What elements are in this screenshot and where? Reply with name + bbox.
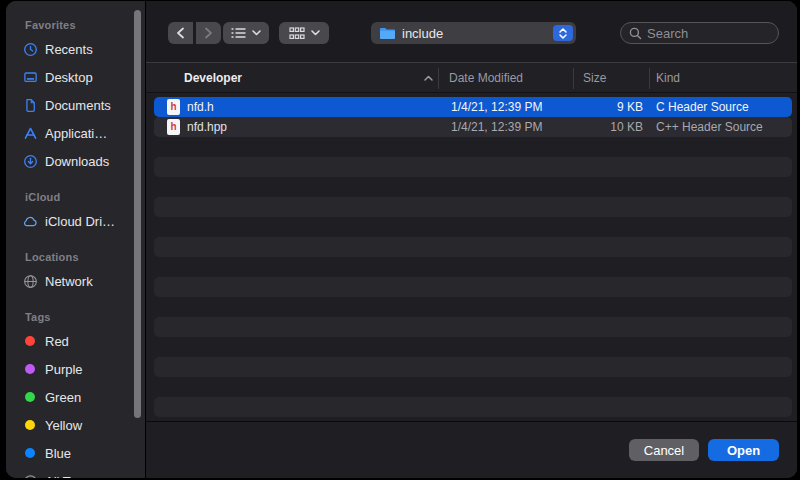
sidebar-item-red[interactable]: Red	[6, 327, 145, 355]
file-name-cell: nfd.hpp	[187, 117, 227, 137]
open-button[interactable]: Open	[708, 439, 779, 461]
sidebar-item-label: Applicati…	[45, 126, 107, 141]
sidebar-section-locations: LocationsNetwork	[6, 247, 145, 295]
sidebar-item-label: Desktop	[45, 70, 93, 85]
header-file-icon: h	[167, 119, 180, 135]
sidebar-item-yellow[interactable]: Yellow	[6, 411, 145, 439]
empty-row-stripe	[154, 357, 792, 377]
empty-row-stripe	[154, 237, 792, 257]
sidebar-item-green[interactable]: Green	[6, 383, 145, 411]
download-circle-icon	[22, 153, 38, 169]
sidebar-item-label: Yellow	[45, 418, 82, 433]
empty-row-stripe	[154, 317, 792, 337]
date-modified-cell: 1/4/21, 12:39 PM	[451, 117, 542, 137]
sidebar-item-label: Recents	[45, 42, 93, 57]
table-header: Developer Date Modified Size Kind	[146, 62, 797, 93]
sidebar-section-title: Favorites	[6, 15, 145, 35]
column-divider[interactable]	[649, 68, 650, 89]
sidebar-section-title: Locations	[6, 247, 145, 267]
empty-row-stripe	[154, 397, 792, 417]
search-field[interactable]	[620, 22, 779, 44]
column-divider[interactable]	[438, 68, 439, 89]
sidebar-item-applicati[interactable]: Applicati…	[6, 119, 145, 147]
sidebar-item-icloud-dri[interactable]: iCloud Dri…	[6, 207, 145, 235]
group-view-button[interactable]	[279, 22, 329, 44]
folder-popup-button[interactable]: include	[371, 22, 576, 44]
column-header-size[interactable]: Size	[583, 63, 606, 92]
sidebar-item-blue[interactable]: Blue	[6, 439, 145, 467]
dialog-footer: Cancel Open	[146, 421, 797, 478]
sidebar-section-title: iCloud	[6, 187, 145, 207]
toolbar: include	[146, 1, 797, 62]
search-icon	[629, 27, 642, 40]
circle-outline-icon	[22, 473, 38, 478]
sidebar-section-tags: TagsRedPurpleGreenYellowBlueAll Tags	[6, 307, 145, 478]
sidebar-section-favorites: FavoritesRecentsDesktopDocumentsApplicat…	[6, 15, 145, 175]
list-view-icon	[231, 27, 246, 39]
list-view-button[interactable]	[223, 22, 269, 44]
tag-dot	[22, 333, 38, 349]
sidebar-section-icloud: iCloudiCloud Dri…	[6, 187, 145, 235]
header-file-icon: h	[167, 99, 180, 115]
tag-dot	[22, 445, 38, 461]
sidebar-section-title: Tags	[6, 307, 145, 327]
kind-cell: C Header Source	[656, 97, 749, 117]
chevron-left-icon	[176, 27, 185, 39]
sidebar-item-label: Blue	[45, 446, 71, 461]
sort-ascending-icon	[424, 63, 433, 92]
content-pane: include	[145, 1, 797, 478]
sidebar-scrollbar[interactable]	[134, 10, 141, 418]
sidebar: FavoritesRecentsDesktopDocumentsApplicat…	[6, 1, 145, 478]
tag-dot	[22, 361, 38, 377]
size-cell: 10 KB	[554, 117, 643, 137]
column-header-developer[interactable]: Developer	[184, 63, 242, 92]
column-divider[interactable]	[573, 68, 574, 89]
globe-icon	[22, 273, 38, 289]
sidebar-item-network[interactable]: Network	[6, 267, 145, 295]
sidebar-item-downloads[interactable]: Downloads	[6, 147, 145, 175]
screen-background: FavoritesRecentsDesktopDocumentsApplicat…	[0, 0, 800, 480]
empty-row-stripe	[154, 197, 792, 217]
cancel-button[interactable]: Cancel	[629, 439, 699, 461]
folder-popup-value: include	[402, 26, 547, 41]
tag-dot	[22, 389, 38, 405]
app-store-icon	[22, 125, 38, 141]
column-header-kind[interactable]: Kind	[656, 63, 680, 92]
sidebar-item-label: Purple	[45, 362, 83, 377]
file-name-cell: nfd.h	[187, 97, 214, 117]
folder-icon	[379, 27, 396, 40]
empty-row-stripe	[154, 277, 792, 297]
search-input[interactable]	[647, 26, 770, 41]
chevron-down-icon	[311, 30, 320, 36]
sidebar-item-label: Downloads	[45, 154, 109, 169]
desktop-icon	[22, 69, 38, 85]
sidebar-item-recents[interactable]: Recents	[6, 35, 145, 63]
table-row[interactable]: h nfd.h 1/4/21, 12:39 PM 9 KB C Header S…	[154, 97, 792, 117]
file-open-dialog: FavoritesRecentsDesktopDocumentsApplicat…	[6, 1, 797, 478]
document-icon	[22, 97, 38, 113]
group-view-icon	[289, 27, 305, 40]
sidebar-item-purple[interactable]: Purple	[6, 355, 145, 383]
sidebar-item-documents[interactable]: Documents	[6, 91, 145, 119]
date-modified-cell: 1/4/21, 12:39 PM	[451, 97, 542, 117]
cloud-icon	[22, 213, 38, 229]
tag-dot	[22, 417, 38, 433]
table-row[interactable]: h nfd.hpp 1/4/21, 12:39 PM 10 KB C++ Hea…	[154, 117, 792, 137]
kind-cell: C++ Header Source	[656, 117, 763, 137]
popup-stepper-icon	[553, 25, 573, 41]
empty-row-stripe	[154, 157, 792, 177]
sidebar-item-label: Network	[45, 274, 93, 289]
chevron-right-icon	[204, 27, 213, 39]
back-button[interactable]	[168, 22, 193, 44]
sidebar-item-label: Red	[45, 334, 69, 349]
sidebar-item-label: iCloud Dri…	[45, 214, 115, 229]
sidebar-item-label: All Tags	[45, 474, 90, 479]
column-header-date-modified[interactable]: Date Modified	[449, 63, 523, 92]
sidebar-item-all-tags[interactable]: All Tags	[6, 467, 145, 478]
sidebar-item-label: Documents	[45, 98, 111, 113]
file-list: h nfd.h 1/4/21, 12:39 PM 9 KB C Header S…	[146, 93, 797, 421]
size-cell: 9 KB	[554, 97, 643, 117]
sidebar-item-desktop[interactable]: Desktop	[6, 63, 145, 91]
forward-button[interactable]	[196, 22, 221, 44]
chevron-down-icon	[252, 30, 261, 36]
